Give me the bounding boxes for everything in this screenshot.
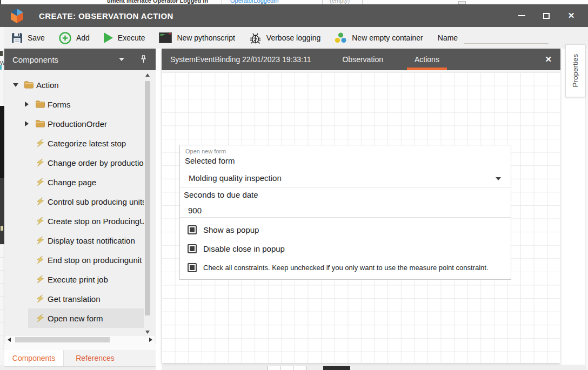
tree-item-label: Categorize latest stop: [48, 139, 126, 148]
checkbox-checked-icon[interactable]: [188, 244, 197, 253]
background-fragment: [323, 366, 350, 370]
scroll-right-icon[interactable]: [149, 338, 152, 342]
main-panel: SystemEventBinding 22/01/2023 19:33:11 O…: [162, 49, 560, 363]
maximize-icon: [543, 13, 550, 19]
name-field-group: Name: [438, 32, 549, 44]
chevron-down-icon[interactable]: [119, 58, 124, 61]
tree-item-open-new-form[interactable]: Open new form: [28, 308, 144, 328]
expander-right-icon[interactable]: [25, 121, 29, 126]
tab-observation[interactable]: Observation: [333, 49, 391, 70]
tree-item-end-stop[interactable]: End stop on producingunit: [4, 250, 144, 270]
scrollbar-thumb[interactable]: [145, 81, 150, 315]
name-label: Name: [438, 33, 458, 42]
seconds-to-due-date-input[interactable]: 900: [188, 206, 202, 215]
lightning-icon: [36, 275, 45, 284]
tree-item-create-stop[interactable]: Create stop on ProducingUnit: [4, 211, 144, 231]
save-button[interactable]: Save: [11, 32, 45, 44]
lightning-icon: [36, 255, 45, 264]
execute-button[interactable]: Execute: [104, 32, 145, 43]
components-panel-header[interactable]: Components: [4, 49, 156, 70]
tab-label: References: [76, 354, 115, 362]
scrollbar-thumb[interactable]: [15, 337, 110, 342]
background-link-fragment: OperatorLoggedIn: [230, 0, 278, 4]
tab-systemeventbinding[interactable]: SystemEventBinding 22/01/2023 19:33:11: [162, 49, 319, 70]
tree-item-categorize-latest-stop[interactable]: Categorize latest stop: [4, 133, 144, 153]
lightning-icon: [36, 197, 45, 206]
tree-item-get-translation[interactable]: Get translation: [4, 289, 144, 308]
tree-item-execute-print-job[interactable]: Execute print job: [4, 270, 144, 289]
tree-item-label: Change order by productionor: [48, 158, 144, 167]
scroll-down-icon[interactable]: [145, 331, 150, 334]
three-circles-icon: [335, 32, 347, 43]
lightning-icon: [36, 158, 45, 167]
name-input[interactable]: [464, 32, 549, 44]
background-window-left-fragment: w: [0, 27, 4, 370]
form-group-label: Open new form: [185, 148, 226, 154]
background-fragment: [0, 65, 2, 70]
checkbox-checked-icon[interactable]: [188, 225, 197, 234]
tree-item-display-toast[interactable]: Display toast notification: [4, 231, 144, 250]
maximize-button[interactable]: [534, 4, 559, 27]
background-fragment: [0, 106, 4, 178]
tab-components[interactable]: Components: [4, 350, 64, 366]
tab-label: SystemEventBinding 22/01/2023 19:33:11: [170, 55, 311, 64]
tab-actions[interactable]: Actions: [406, 49, 448, 70]
tree-item-control-sub-producing-units[interactable]: Control sub producing units: [4, 192, 144, 211]
tree-item-action[interactable]: Action: [4, 75, 144, 95]
show-as-popup-checkbox[interactable]: Show as popup: [188, 225, 259, 234]
panel-footer: [4, 344, 156, 350]
close-button[interactable]: ✕: [559, 4, 584, 27]
background-window-top-fragment: ument interface Operator Logged in Opera…: [0, 0, 588, 4]
open-new-form-card[interactable]: Open new form Selected form Molding qual…: [179, 145, 511, 280]
vertical-scrollbar[interactable]: [144, 71, 151, 336]
new-pythonscript-label: New pythonscript: [177, 33, 235, 42]
components-tree: Action Forms: [4, 70, 144, 336]
scroll-up-icon[interactable]: [145, 73, 150, 77]
close-tab-button[interactable]: ✕: [545, 49, 552, 70]
tree-item-label: Create stop on ProducingUnit: [48, 217, 144, 226]
verbose-logging-button[interactable]: Verbose logging: [249, 32, 320, 44]
expander-down-icon[interactable]: [13, 83, 18, 87]
minimize-button[interactable]: [509, 4, 534, 27]
divider: [180, 187, 511, 187]
new-empty-container-button[interactable]: New empty container: [335, 32, 423, 43]
lightning-icon: [36, 294, 45, 303]
background-fragment: [0, 51, 3, 56]
pin-icon[interactable]: [140, 55, 147, 63]
dropdown-caret-icon[interactable]: [496, 177, 501, 180]
folder-icon: [36, 119, 45, 128]
tree-item-change-order[interactable]: Change order by productionor: [4, 153, 144, 172]
tab-references[interactable]: References: [64, 350, 126, 366]
scroll-left-icon[interactable]: [8, 338, 11, 342]
tab-label: Actions: [415, 55, 439, 64]
new-pythonscript-button[interactable]: New pythonscript: [159, 32, 235, 43]
tree-item-label: ProductionOrder: [48, 119, 107, 129]
sidebar-tab-strip: Components References: [4, 350, 156, 366]
tree-item-productionorder[interactable]: ProductionOrder: [4, 114, 144, 133]
divider: [362, 0, 363, 4]
tab-properties[interactable]: Properties: [565, 44, 585, 97]
titlebar[interactable]: CREATE: OBSERVATION ACTION ✕: [0, 4, 588, 27]
check-all-constraints-checkbox[interactable]: Check all constraints. Keep unchecked if…: [188, 263, 489, 272]
tree-item-change-page[interactable]: Change page: [4, 172, 144, 192]
execute-label: Execute: [118, 33, 145, 42]
selected-form-dropdown[interactable]: Molding quality inspection: [189, 173, 282, 183]
background-empty-fragment: (empty): [330, 0, 350, 4]
tree-item-forms[interactable]: Forms: [4, 95, 144, 114]
checkbox-checked-icon[interactable]: [188, 263, 197, 272]
app-logo-icon: [10, 9, 24, 23]
horizontal-scrollbar[interactable]: [5, 336, 155, 344]
background-fragment: [0, 244, 4, 370]
play-icon: [104, 32, 113, 43]
tab-label: Components: [12, 354, 55, 362]
add-button[interactable]: Add: [59, 32, 90, 44]
design-canvas[interactable]: Open new form Selected form Molding qual…: [162, 70, 560, 363]
add-circle-icon: [59, 32, 71, 44]
tree-item-label: Get translation: [48, 294, 101, 304]
add-label: Add: [76, 33, 90, 42]
floppy-disk-icon: [11, 32, 23, 44]
tree-item-label: Action: [36, 80, 59, 90]
background-fragment: [1, 226, 3, 231]
disable-close-in-popup-checkbox[interactable]: Disable close in popup: [188, 244, 285, 253]
expander-right-icon[interactable]: [25, 102, 29, 107]
